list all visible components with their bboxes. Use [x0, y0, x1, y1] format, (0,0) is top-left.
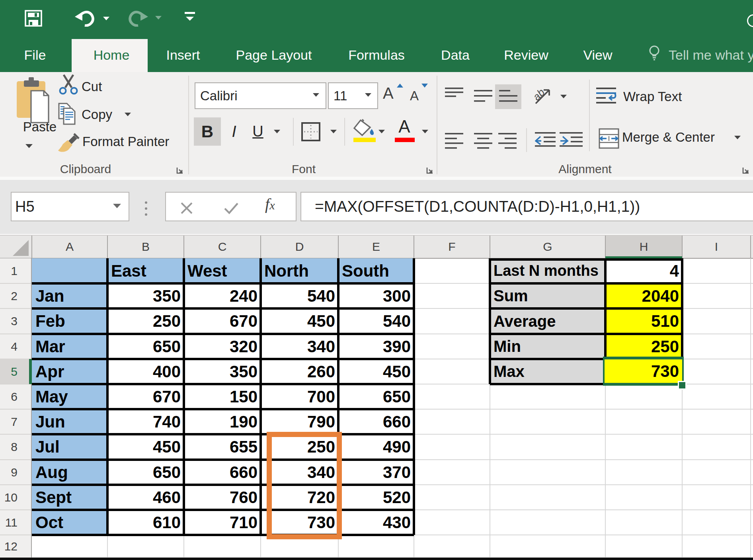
svg-text:ab: ab	[533, 86, 547, 103]
